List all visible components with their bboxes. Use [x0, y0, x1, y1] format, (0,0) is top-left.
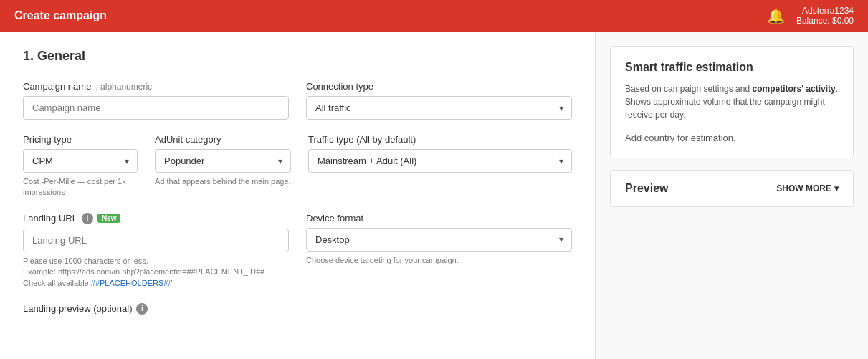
header: Create campaign 🔔 Adsterra1234 Balance: …	[0, 0, 868, 32]
traffic-type-group: Traffic type (All by default) Mainstream…	[308, 134, 572, 198]
connection-type-label: Connection type	[306, 81, 572, 92]
form-row-1: Campaign name, alphanumeric Connection t…	[23, 81, 572, 120]
form-row-2: Pricing type CPM ▾ Cost -Per-Mille — cos…	[23, 134, 572, 198]
campaign-name-input[interactable]	[23, 96, 289, 120]
placeholders-link[interactable]: ##PLACEHOLDERS##	[91, 279, 173, 287]
landing-url-group: Landing URL i New Please use 1000 charac…	[23, 213, 289, 289]
adunit-hint: Ad that appears behind the main page.	[155, 176, 291, 187]
pricing-type-select-wrapper: CPM ▾	[23, 149, 138, 173]
campaign-name-label: Campaign name, alphanumeric	[23, 81, 289, 92]
header-right: 🔔 Adsterra1234 Balance: $0.00	[767, 6, 854, 26]
device-format-select-wrapper: Desktop ▾	[306, 228, 572, 252]
page-title: Create campaign	[14, 9, 107, 22]
user-info: Adsterra1234 Balance: $0.00	[796, 6, 854, 26]
connection-type-group: Connection type All traffic ▾	[306, 81, 572, 120]
pricing-type-group: Pricing type CPM ▾ Cost -Per-Mille — cos…	[23, 134, 138, 198]
balance: Balance: $0.00	[796, 16, 854, 26]
device-format-group: Device format Desktop ▾ Choose device ta…	[306, 213, 572, 289]
preview-card: Preview SHOW MORE ▾	[610, 170, 854, 207]
landing-url-input[interactable]	[23, 229, 289, 252]
connection-type-select[interactable]: All traffic	[306, 96, 572, 120]
preview-title: Preview	[625, 182, 668, 195]
device-format-select[interactable]: Desktop	[306, 228, 572, 252]
device-format-hint: Choose device targeting for your campaig…	[306, 255, 572, 266]
traffic-type-select-wrapper: Mainstream + Adult (All) ▾	[308, 149, 572, 173]
right-panel: Smart traffic estimation Based on campai…	[596, 32, 868, 359]
adunit-select[interactable]: Popunder	[155, 149, 291, 173]
new-badge: New	[97, 214, 121, 223]
add-country-text: Add country for estimation.	[625, 133, 839, 143]
pricing-hint: Cost -Per-Mille — cost per 1k impression…	[23, 176, 138, 198]
landing-url-hint: Please use 1000 characters or less. Exam…	[23, 256, 289, 289]
show-more-button[interactable]: SHOW MORE ▾	[776, 183, 839, 193]
bell-icon[interactable]: 🔔	[767, 7, 785, 24]
traffic-type-select[interactable]: Mainstream + Adult (All)	[308, 149, 572, 173]
pricing-type-label: Pricing type	[23, 134, 138, 145]
user-name: Adsterra1234	[796, 6, 854, 16]
device-format-label: Device format	[306, 213, 572, 224]
pricing-type-select[interactable]: CPM	[23, 149, 138, 173]
landing-preview-label: Landing preview (optional) i	[23, 303, 572, 315]
section-title: 1. General	[23, 49, 572, 64]
form-row-3: Landing URL i New Please use 1000 charac…	[23, 213, 572, 289]
adunit-group: AdUnit category Popunder ▾ Ad that appea…	[155, 134, 291, 198]
adunit-select-wrapper: Popunder ▾	[155, 149, 291, 173]
traffic-type-label: Traffic type (All by default)	[308, 134, 572, 145]
connection-type-select-wrapper: All traffic ▾	[306, 96, 572, 120]
main-layout: 1. General Campaign name, alphanumeric C…	[0, 32, 868, 359]
campaign-name-group: Campaign name, alphanumeric	[23, 81, 289, 120]
left-panel: 1. General Campaign name, alphanumeric C…	[0, 32, 596, 359]
landing-preview-info-icon[interactable]: i	[136, 303, 148, 315]
adunit-label: AdUnit category	[155, 134, 291, 145]
show-more-chevron-icon: ▾	[834, 183, 839, 193]
form-row-4: Landing preview (optional) i	[23, 303, 572, 319]
estimation-title: Smart traffic estimation	[625, 61, 839, 74]
estimation-card: Smart traffic estimation Based on campai…	[610, 46, 854, 158]
landing-preview-group: Landing preview (optional) i	[23, 303, 572, 319]
landing-url-info-icon[interactable]: i	[82, 213, 93, 224]
estimation-desc: Based on campaign settings and competito…	[625, 82, 839, 121]
landing-url-label: Landing URL i New	[23, 213, 289, 224]
